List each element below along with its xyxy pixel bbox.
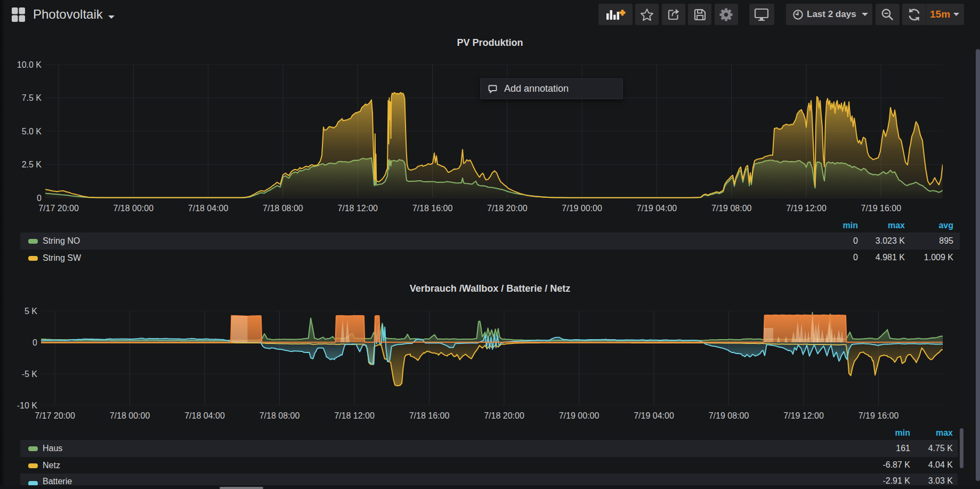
- svg-text:7/18 00:00: 7/18 00:00: [113, 204, 153, 213]
- svg-text:7/18 20:00: 7/18 20:00: [484, 411, 524, 420]
- svg-text:5 K: 5 K: [25, 307, 37, 316]
- svg-text:7/18 00:00: 7/18 00:00: [110, 411, 150, 420]
- svg-text:10.0 K: 10.0 K: [17, 60, 42, 69]
- svg-text:7/18 20:00: 7/18 20:00: [487, 204, 528, 213]
- svg-text:0: 0: [37, 194, 42, 203]
- svg-text:7/19 08:00: 7/19 08:00: [711, 204, 752, 213]
- svg-text:7/18 08:00: 7/18 08:00: [260, 411, 300, 420]
- svg-text:7/18 04:00: 7/18 04:00: [188, 204, 229, 213]
- svg-text:7/18 04:00: 7/18 04:00: [184, 411, 225, 420]
- svg-text:7.5 K: 7.5 K: [22, 93, 42, 102]
- svg-text:7/19 04:00: 7/19 04:00: [637, 204, 677, 213]
- svg-text:7/17 20:00: 7/17 20:00: [35, 411, 75, 420]
- svg-text:-5 K: -5 K: [22, 370, 38, 379]
- svg-text:7/17 20:00: 7/17 20:00: [38, 204, 79, 213]
- svg-text:-10 K: -10 K: [17, 401, 38, 410]
- svg-text:7/19 12:00: 7/19 12:00: [783, 411, 824, 420]
- svg-text:7/19 12:00: 7/19 12:00: [786, 204, 827, 213]
- svg-text:7/19 08:00: 7/19 08:00: [709, 411, 749, 420]
- svg-text:7/19 00:00: 7/19 00:00: [562, 204, 602, 213]
- svg-text:7/19 04:00: 7/19 04:00: [634, 411, 674, 420]
- svg-text:0: 0: [33, 338, 37, 347]
- svg-text:7/18 16:00: 7/18 16:00: [412, 204, 453, 213]
- svg-text:2.5 K: 2.5 K: [22, 160, 42, 169]
- svg-text:7/18 08:00: 7/18 08:00: [263, 204, 303, 213]
- svg-text:5.0 K: 5.0 K: [22, 127, 42, 136]
- svg-text:7/18 16:00: 7/18 16:00: [409, 411, 450, 420]
- svg-text:7/19 16:00: 7/19 16:00: [861, 204, 901, 213]
- svg-text:7/18 12:00: 7/18 12:00: [337, 204, 378, 213]
- svg-text:7/19 16:00: 7/19 16:00: [858, 411, 899, 420]
- svg-text:7/18 12:00: 7/18 12:00: [334, 411, 375, 420]
- svg-text:7/19 00:00: 7/19 00:00: [559, 411, 600, 420]
